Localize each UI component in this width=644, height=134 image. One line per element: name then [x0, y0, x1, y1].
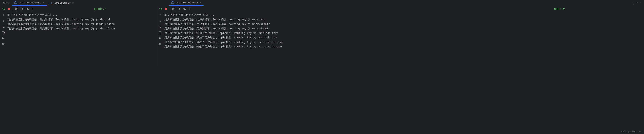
toolbar-left: goods.*	[0, 6, 157, 12]
export-icon[interactable]	[20, 6, 24, 11]
svg-rect-20	[3, 37, 4, 38]
arrow-up-icon[interactable]	[158, 13, 162, 17]
console-line: 用户模块接收到的消息是：用户删除了，Topic模型，routing key 为 …	[164, 26, 644, 31]
svg-rect-9	[638, 3, 640, 3]
print-icon[interactable]	[1, 36, 5, 40]
divider	[170, 7, 170, 11]
svg-rect-4	[171, 2, 174, 4]
svg-point-30	[190, 10, 190, 10]
svg-point-16	[32, 7, 33, 8]
console-line: 用户模块接收到的消息是：添加了用户年龄，Topic模型，routing key …	[164, 35, 644, 40]
svg-line-27	[184, 9, 185, 10]
scroll-to-end-icon[interactable]	[158, 30, 162, 34]
svg-rect-14	[21, 8, 22, 10]
svg-rect-2	[49, 2, 52, 4]
more-vert-icon[interactable]	[30, 6, 35, 11]
trash-icon[interactable]	[1, 42, 5, 46]
close-icon[interactable]: ×	[42, 1, 45, 4]
arrow-down-icon[interactable]	[1, 19, 5, 23]
console-line: 用户模块接收到的消息是：用户修改了，Topic模型，routing key 为 …	[164, 22, 644, 26]
gutter-right	[157, 12, 164, 67]
svg-rect-3	[50, 2, 51, 2]
svg-rect-23	[172, 8, 175, 10]
run-config-icon	[171, 1, 174, 4]
run-config-icon	[49, 1, 52, 4]
pattern-label-left: goods.*	[94, 7, 156, 10]
svg-point-12	[16, 8, 17, 9]
svg-point-28	[190, 7, 190, 8]
svg-rect-5	[172, 1, 174, 2]
scroll-to-end-icon[interactable]	[1, 30, 5, 34]
svg-rect-0	[14, 2, 17, 4]
camera-icon[interactable]	[14, 6, 19, 11]
header-actions	[631, 1, 644, 5]
console-line: 商品模块接收到的消息是：商品删除了，Topic模型，routing key 为 …	[6, 26, 157, 31]
trash-icon[interactable]	[158, 42, 162, 46]
run-label: 运行:	[0, 1, 12, 4]
stop-button[interactable]	[164, 6, 168, 11]
soft-wrap-icon[interactable]	[158, 25, 162, 29]
gutter-left	[0, 12, 6, 67]
content-row-left: D:\Tools\jdkk8\bin\java.exe ... 商品模块接收到的…	[0, 12, 157, 67]
svg-rect-10	[8, 8, 10, 10]
console-line: 用户模块接收到的消息是：修改了用户名字，Topic模型，routing key …	[164, 40, 644, 44]
svg-point-29	[190, 9, 190, 9]
svg-point-24	[173, 8, 174, 9]
svg-point-8	[633, 3, 633, 4]
panel-right: user.# D:\Tools\jdkk8\bin\java.exe ... 用…	[157, 6, 644, 67]
close-icon[interactable]: ×	[72, 1, 74, 4]
tab-row: 运行: TopicReceiver1 × TopicSender × Topic…	[0, 0, 644, 6]
console-line: 用户模块接收到的消息是：添加了用户名字，Topic模型，routing key …	[164, 31, 644, 35]
tab-label: TopicReceiver1	[18, 1, 41, 4]
tab-topic-sender[interactable]: TopicSender ×	[47, 0, 76, 6]
console-line: 商品模块接收到的消息是：商品新增了，Topic模型，routing key 为 …	[6, 17, 157, 22]
svg-point-18	[32, 10, 33, 10]
pattern-label-right: user.#	[554, 7, 643, 10]
stop-button[interactable]	[6, 6, 12, 11]
arrow-down-icon[interactable]	[158, 19, 162, 23]
svg-rect-22	[165, 8, 167, 10]
main-area: goods.* D:\Tools\jdkk8\bin\java.exe ... …	[0, 6, 644, 67]
run-config-icon	[14, 1, 17, 4]
svg-point-17	[32, 9, 33, 9]
divider	[13, 7, 13, 11]
performance-icon[interactable]	[25, 6, 30, 11]
more-icon[interactable]	[631, 1, 635, 5]
svg-rect-26	[178, 8, 180, 10]
console-line: 用户模块接收到的消息是：修改了用户年龄，Topic模型，routing key …	[164, 44, 644, 49]
tab-container-left: TopicReceiver1 × TopicSender ×	[12, 0, 169, 6]
svg-rect-1	[15, 1, 16, 2]
panel-left: goods.* D:\Tools\jdkk8\bin\java.exe ... …	[0, 6, 157, 67]
tab-label: TopicReceiver2	[175, 1, 198, 4]
content-row-right: D:\Tools\jdkk8\bin\java.exe ... 用户模块接收到的…	[157, 12, 644, 67]
tab-topic-receiver1[interactable]: TopicReceiver1 ×	[12, 0, 47, 6]
console-line: D:\Tools\jdkk8\bin\java.exe ...	[164, 13, 644, 17]
minimize-icon[interactable]	[636, 1, 641, 5]
arrow-up-icon[interactable]	[1, 13, 5, 17]
tab-topic-receiver2[interactable]: TopicReceiver2 ×	[169, 0, 204, 6]
svg-rect-11	[16, 8, 18, 10]
performance-icon[interactable]	[182, 6, 187, 11]
tab-label: TopicSender	[53, 1, 71, 4]
print-icon[interactable]	[158, 36, 162, 40]
console-right[interactable]: D:\Tools\jdkk8\bin\java.exe ... 用户模块接收到的…	[164, 12, 644, 67]
console-left[interactable]: D:\Tools\jdkk8\bin\java.exe ... 商品模块接收到的…	[6, 12, 157, 67]
soft-wrap-icon[interactable]	[1, 25, 5, 29]
svg-point-7	[633, 2, 633, 3]
svg-line-15	[28, 9, 28, 10]
toolbar-right: user.#	[157, 6, 644, 12]
svg-rect-32	[160, 37, 161, 38]
console-line: D:\Tools\jdkk8\bin\java.exe ...	[6, 13, 157, 17]
more-vert-icon[interactable]	[187, 6, 192, 11]
svg-rect-25	[173, 7, 174, 8]
console-line: 用户模块接收到的消息是：用户新增了，Topic模型，routing key 为 …	[164, 17, 644, 22]
rerun-button[interactable]	[1, 6, 6, 11]
rerun-button[interactable]	[158, 6, 163, 11]
camera-icon[interactable]	[171, 6, 176, 11]
export-icon[interactable]	[176, 6, 182, 11]
svg-point-6	[633, 1, 633, 2]
svg-rect-13	[16, 7, 17, 8]
console-line: 商品模块接收到的消息是：商品修改了，Topic模型，routing key 为 …	[6, 22, 157, 26]
close-icon[interactable]: ×	[199, 1, 202, 4]
